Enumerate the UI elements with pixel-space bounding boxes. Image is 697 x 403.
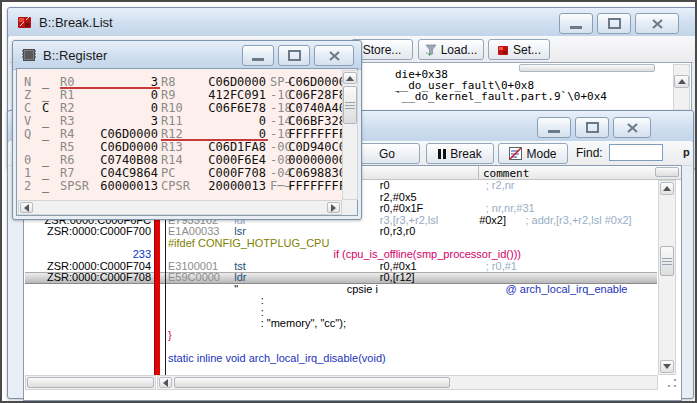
set-button[interactable]: Set... [488, 39, 550, 60]
vscroll-thumb[interactable] [660, 246, 674, 276]
register-value: 0 [94, 89, 158, 102]
thumb-grip-icon [662, 258, 672, 265]
maximize-icon [586, 122, 599, 133]
code-segment-def: #ifdef CONFIG_HOTPLUG_CPU [168, 238, 329, 250]
address-hscroll-thumb[interactable] [27, 377, 154, 388]
register-caption-buttons [242, 45, 354, 66]
register-inner: N_R03R8C06D0000SP→C06D0000Z_R10R9412FC09… [16, 68, 358, 216]
arrow-left-icon [163, 379, 168, 387]
code-segment-mnem: lsr [234, 226, 246, 238]
mode-label: Mode [526, 147, 556, 161]
close-button[interactable] [635, 13, 679, 34]
listing-row[interactable]: "cpsie i@ arch_local_irq_enable [25, 284, 657, 296]
breaklist-titlebar[interactable]: B::Break.List [8, 8, 696, 37]
arrow-left-icon [24, 204, 29, 212]
register-hscrollbar[interactable] [18, 200, 342, 215]
store-label: Store... [363, 43, 402, 57]
listing-row[interactable]: : "memory", "cc"); [25, 318, 657, 330]
arrow-up-icon [663, 186, 671, 191]
scroll-up-button[interactable] [343, 72, 357, 84]
code-segment-hll: } [168, 330, 172, 342]
vscroll-thumb[interactable] [343, 86, 357, 124]
find-input[interactable] [609, 144, 663, 161]
maximize-button[interactable] [597, 13, 631, 34]
register-row[interactable]: 2_SPSR60000013CPSR20000013F─→FFFFFFFF [18, 180, 342, 193]
register-name: CPSR [161, 180, 190, 193]
register-value: 0 [94, 102, 158, 115]
maximize-button[interactable] [278, 45, 310, 66]
minimize-icon [252, 58, 264, 61]
listing-row[interactable] [25, 341, 657, 353]
header-end-box [655, 167, 679, 177]
code-segment-hll: if (cpu_is_offline(smp_processor_id())) [334, 249, 521, 261]
minimize-icon [570, 26, 582, 29]
header-divider [478, 166, 479, 179]
trace32-desktop: { "breaklist": { "title": "B::Break.List… [0, 0, 697, 403]
minimize-button[interactable] [559, 13, 593, 34]
code-segment-opc: E1A00033 [168, 226, 219, 238]
go-label: Go [379, 147, 395, 161]
minimize-button[interactable] [242, 45, 274, 66]
code-segment-cmt: ; r2,nr [486, 180, 515, 192]
scroll-right-button[interactable] [327, 202, 340, 213]
breaklist-title: B::Break.List [39, 15, 113, 30]
listing-row[interactable]: 233if (cpu_is_offline(smp_processor_id()… [25, 249, 657, 261]
code-segment-op: r0,[r12] [380, 272, 415, 284]
close-icon [652, 19, 663, 29]
scroll-up-button[interactable] [660, 182, 674, 195]
flag-name: Q [24, 128, 31, 141]
breaklist-caption-buttons [559, 13, 679, 34]
code-segment-op: : [261, 295, 264, 307]
register-name: SPSR [60, 180, 89, 193]
code-segment-op: r0,r3,r0 [380, 226, 415, 238]
break-button[interactable]: Break [426, 143, 494, 164]
code-segment-opc: E59C0000 [168, 272, 220, 284]
address[interactable]: ZSR:0000:C000F700 [25, 226, 151, 238]
code-segment-cmt: ; addr,[r3,+r2,lsl #0x2] [525, 215, 631, 227]
stack-value: FFFFFFFF [286, 180, 342, 193]
load-button[interactable]: Load... [418, 39, 484, 60]
register-window: B::Register N_R03R8C06D0000SP→C06D0000Z_… [12, 40, 362, 220]
register-vscrollbar[interactable] [342, 70, 358, 200]
close-button[interactable] [613, 117, 651, 138]
scroll-left-button[interactable] [159, 377, 172, 388]
listing-vscrollbar[interactable] [658, 180, 676, 375]
go-button[interactable]: Go [354, 143, 420, 164]
register-titlebar[interactable]: B::Register [13, 41, 361, 70]
code-segment-op: r0 [380, 180, 390, 192]
listing-row[interactable]: ZSR:0000:C000F708E59C0000ldrr0,[r12] [25, 272, 657, 284]
mode-button[interactable]: Mode [498, 143, 568, 164]
listing-row[interactable]: : [25, 295, 657, 307]
line-number[interactable]: 233 [25, 249, 151, 261]
close-button[interactable] [314, 45, 354, 66]
register-value: 0 [202, 115, 266, 128]
scroll-left-button[interactable] [20, 202, 33, 213]
address[interactable]: ZSR:0000:C000F708 [25, 272, 151, 284]
code-hscrollbar[interactable] [157, 375, 658, 390]
code-hscroll-thumb[interactable] [174, 377, 450, 388]
arrow-up-icon [346, 76, 354, 81]
resize-grip[interactable] [664, 377, 678, 390]
close-icon [329, 51, 340, 61]
breaklist-entry[interactable]: `__do_kernel_fault.part.9`\0+0x4 [395, 91, 607, 102]
find-label: Find: [576, 146, 603, 160]
load-icon [425, 44, 437, 56]
address-hscrollbar[interactable] [25, 375, 156, 390]
arrow-down-icon [663, 364, 671, 369]
scroll-down-button[interactable] [660, 360, 674, 373]
listing-row[interactable]: } [25, 330, 657, 342]
load-label: Load... [441, 43, 478, 57]
maximize-icon [288, 50, 301, 61]
maximize-button[interactable] [575, 117, 609, 138]
flag-name: 2 [24, 180, 31, 193]
close-icon [627, 123, 638, 133]
code-segment-op: #0x2] [479, 215, 506, 227]
minimize-button[interactable] [537, 117, 571, 138]
scroll-up-button[interactable] [674, 75, 689, 88]
minimize-icon [548, 130, 560, 133]
code-segment-cmt: ; nr,nr,#31 [486, 203, 535, 215]
comment-column-header: comment [483, 167, 529, 180]
listing-row[interactable]: static inline void arch_local_irq_disabl… [25, 353, 657, 365]
flag-value: _ [42, 180, 49, 193]
listing-row[interactable]: ZSR:0000:C000F700E1A00033lsrr0,r3,r0 [25, 226, 657, 238]
